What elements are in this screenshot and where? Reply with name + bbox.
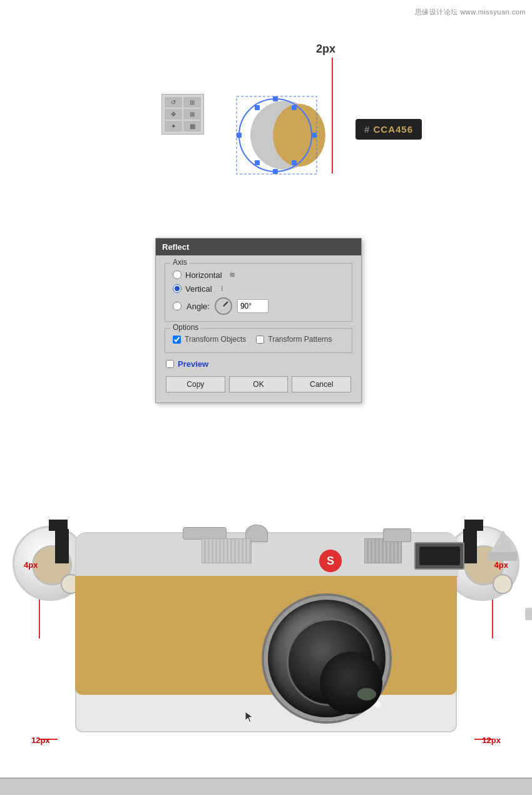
horizontal-radio[interactable] — [173, 270, 182, 279]
svg-rect-4 — [273, 96, 278, 101]
vertical-icon: ⫶ — [216, 284, 228, 294]
canvas-shapes — [219, 86, 344, 187]
preview-row[interactable]: Preview — [165, 359, 352, 369]
tool-icon-scale[interactable]: ⊞ — [183, 97, 201, 108]
angle-radio[interactable] — [173, 302, 182, 310]
lens-highlight — [357, 688, 376, 700]
svg-rect-9 — [255, 160, 260, 165]
viewfinder-inner — [419, 546, 460, 565]
lens-reflection-dot — [375, 702, 381, 708]
transform-objects-row: Transform Objects Transform Patterns — [173, 335, 344, 344]
svg-rect-5 — [312, 133, 317, 138]
dialog-body: Axis Horizontal ≋ Vertical ⫶ Angle: Opti… — [156, 255, 361, 403]
color-value: CCA456 — [374, 124, 414, 135]
watermark-text: 思缘设计论坛 www.missyuan.com — [415, 8, 526, 17]
viewfinder — [414, 542, 464, 570]
camera-top-strip: S — [76, 533, 458, 577]
ribbed-dial-right — [364, 538, 402, 563]
spool-black-left — [55, 529, 69, 563]
camera-logo-badge: S — [319, 550, 342, 572]
svg-rect-6 — [273, 169, 278, 174]
svg-rect-3 — [237, 133, 242, 138]
canvas-section: 2px ↺ ⊞ ✥ ⊠ ✦ ▦ — [0, 25, 532, 225]
flash-triangle — [489, 530, 517, 554]
copy-button[interactable]: Copy — [166, 376, 225, 392]
preview-label: Preview — [178, 359, 208, 369]
dialog-title: Reflect — [162, 242, 189, 252]
annot-12px-right: 12px — [482, 736, 501, 745]
transform-objects-label: Transform Objects — [185, 335, 246, 344]
reflect-dialog: Reflect Axis Horizontal ≋ Vertical ⫶ Ang… — [155, 238, 362, 403]
angle-input[interactable] — [237, 299, 269, 313]
annot-4px-right: 4px — [494, 560, 508, 570]
spool-black-right — [463, 529, 477, 563]
svg-point-1 — [273, 104, 325, 167]
vertical-radio-row[interactable]: Vertical ⫶ — [173, 284, 344, 294]
camera-yellow-lower — [75, 576, 457, 695]
horizontal-icon: ≋ — [226, 270, 238, 280]
bottom-bar — [0, 777, 532, 795]
spool-right-notch — [525, 608, 532, 620]
horizontal-radio-row[interactable]: Horizontal ≋ — [173, 270, 344, 280]
transform-tool-panel: ↺ ⊞ ✥ ⊠ ✦ ▦ — [161, 94, 204, 135]
lens-core — [320, 652, 382, 714]
tool-icon-rotate[interactable]: ↺ — [165, 97, 182, 108]
angle-row: Angle: — [173, 297, 344, 315]
color-hash: # — [364, 124, 370, 135]
angle-label: Angle: — [187, 302, 210, 311]
svg-rect-10 — [292, 160, 297, 165]
svg-marker-12 — [245, 712, 253, 722]
tool-icon-shear[interactable]: ⊠ — [183, 109, 201, 120]
angle-dial[interactable] — [215, 297, 232, 315]
annot-4px-left: 4px — [24, 560, 38, 570]
dialog-buttons: Copy OK Cancel — [165, 376, 352, 395]
svg-rect-8 — [292, 105, 297, 110]
ok-button[interactable]: OK — [229, 376, 289, 392]
annot-12px-left: 12px — [31, 736, 50, 745]
axis-group-label: Axis — [170, 258, 190, 267]
horizontal-label: Horizontal — [185, 270, 222, 280]
camera-section: S 4px 4px 12px 12px — [0, 495, 532, 795]
spool-right-core — [493, 574, 513, 594]
transform-patterns-label: Transform Patterns — [268, 335, 332, 344]
tool-icon-chart[interactable]: ▦ — [183, 121, 201, 131]
transform-patterns-checkbox[interactable] — [256, 336, 264, 344]
color-swatch: # CCA456 — [356, 119, 422, 140]
flash-base — [488, 552, 517, 561]
film-advance-lever — [183, 527, 227, 540]
preview-checkbox[interactable] — [166, 360, 174, 368]
cursor — [245, 712, 254, 723]
vertical-label: Vertical — [185, 284, 212, 294]
axis-group: Axis Horizontal ≋ Vertical ⫶ Angle: — [165, 263, 352, 322]
options-group-label: Options — [170, 323, 201, 332]
cancel-button[interactable]: Cancel — [292, 376, 351, 392]
options-group: Options Transform Objects Transform Patt… — [165, 328, 352, 353]
svg-rect-7 — [255, 105, 260, 110]
tool-icon-reflect[interactable]: ✥ — [165, 109, 182, 120]
transform-objects-checkbox[interactable] — [173, 336, 181, 344]
vertical-radio[interactable] — [173, 284, 182, 293]
dimension-label-2px: 2px — [316, 43, 335, 56]
lens-inner-ring — [287, 618, 374, 706]
dialog-titlebar: Reflect — [156, 238, 361, 255]
top-knob — [383, 528, 411, 542]
camera-lens — [264, 596, 389, 721]
ribbed-dial-left — [202, 538, 252, 563]
tool-icon-distort[interactable]: ✦ — [165, 121, 182, 131]
